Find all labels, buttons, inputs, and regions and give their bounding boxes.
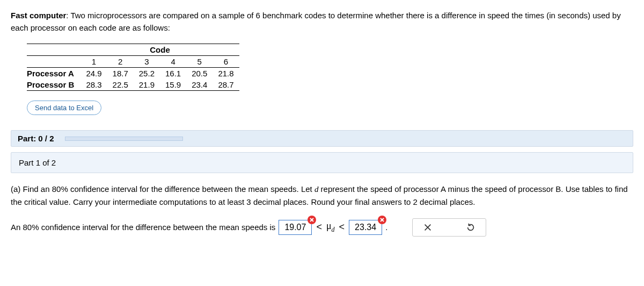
table-row: Processor B 28.3 22.5 21.9 15.9 23.4 28.…: [27, 79, 239, 91]
cell: 16.1: [160, 68, 186, 80]
cell: 21.9: [134, 79, 160, 91]
cell: 22.5: [107, 79, 134, 91]
upper-bound-value: 23.34: [355, 223, 376, 232]
data-table-wrapper: Code 1 2 3 4 5 6 Processor A 24.9 18.7 2…: [27, 44, 633, 91]
col-3: 3: [134, 56, 160, 68]
part-progress-bar: Part: 0 / 2: [11, 130, 633, 147]
cell: 18.7: [107, 68, 134, 80]
table-row: Processor A 24.9 18.7 25.2 16.1 20.5 21.…: [27, 68, 239, 80]
table-code-header: Code: [80, 44, 239, 56]
cell: 15.9: [160, 79, 186, 91]
cell: 23.4: [186, 79, 213, 91]
answer-period: .: [385, 223, 387, 232]
cell: 24.9: [80, 68, 107, 80]
lower-bound-value: 19.07: [284, 223, 306, 232]
cell: 28.3: [80, 79, 107, 91]
cell: 28.7: [213, 79, 239, 91]
row-label-b: Processor B: [27, 79, 80, 91]
col-2: 2: [107, 56, 134, 68]
table-col-headers: 1 2 3 4 5 6: [27, 56, 239, 68]
data-table: Code 1 2 3 4 5 6 Processor A 24.9 18.7 2…: [27, 44, 239, 91]
less-than-2: <: [338, 221, 346, 233]
row-label-a: Processor A: [27, 68, 80, 80]
lower-bound-input[interactable]: 19.07: [279, 220, 312, 235]
problem-statement: Fast computer: Two microprocessors are c…: [11, 10, 633, 34]
part-label: Part: 0 / 2: [18, 134, 54, 143]
prompt-lead: Fast computer: [11, 11, 66, 20]
col-1: 1: [80, 56, 107, 68]
question-text: (a) Find an 80% confidence interval for …: [11, 183, 633, 209]
col-6: 6: [213, 56, 239, 68]
upper-bound-input[interactable]: 23.34: [349, 220, 382, 235]
prompt-text: : Two microprocessors are compared on a …: [11, 11, 621, 32]
cell: 25.2: [134, 68, 160, 80]
answer-toolbar: [412, 218, 486, 237]
answer-prefix: An 80% confidence interval for the diffe…: [11, 223, 275, 232]
progress-track: [65, 137, 183, 141]
col-4: 4: [160, 56, 186, 68]
question-part-a: (a) Find an 80% confidence interval for …: [11, 184, 314, 194]
send-to-excel-button[interactable]: Send data to Excel: [27, 101, 101, 115]
cell: 21.8: [213, 68, 239, 80]
reset-button[interactable]: [465, 222, 476, 233]
wrong-icon: [378, 216, 386, 224]
less-than-1: <: [315, 221, 323, 233]
clear-button[interactable]: [422, 222, 433, 233]
subpart-header: Part 1 of 2: [11, 152, 633, 173]
answer-line: An 80% confidence interval for the diffe…: [11, 218, 633, 237]
col-5: 5: [186, 56, 213, 68]
wrong-icon: [308, 216, 316, 224]
mu-d: μd: [326, 220, 335, 234]
cell: 20.5: [186, 68, 213, 80]
